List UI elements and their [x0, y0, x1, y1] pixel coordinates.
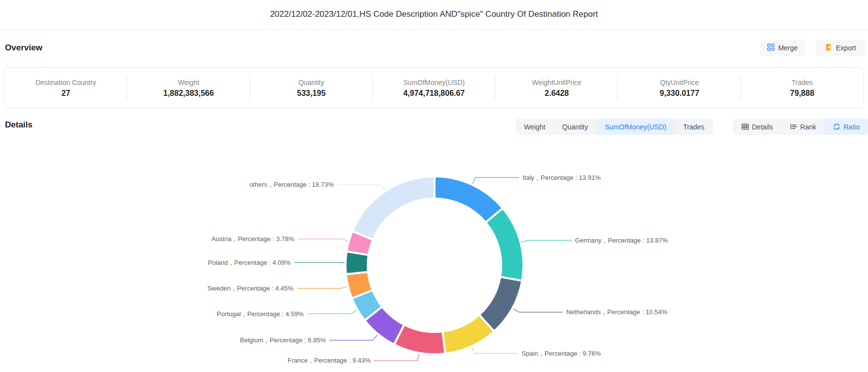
stat-value: 2.6428 — [545, 89, 569, 98]
table-icon — [741, 123, 749, 130]
tab-details-view[interactable]: Details — [733, 119, 781, 135]
stat-label: SumOfMoney(USD) — [403, 79, 465, 86]
export-file-icon — [825, 43, 832, 52]
slice-label-netherlands: Netherlands，Percentage : 10.54% — [566, 308, 667, 316]
stat-weight-unit-price: WeightUnitPrice 2.6428 — [495, 68, 618, 108]
view-tab-group: Details Rank Ratio — [733, 119, 868, 135]
stat-value: 533,195 — [297, 89, 326, 98]
donut-slice-germany[interactable] — [486, 208, 523, 281]
label-leader-line — [297, 287, 347, 288]
stat-value: 9,330.0177 — [660, 89, 699, 98]
tab-sum-of-money[interactable]: SumOfMoney(USD) — [596, 119, 674, 135]
tab-quantity[interactable]: Quantity — [554, 119, 596, 135]
slice-label-poland: Poland，Percentage : 4.09% — [208, 259, 291, 266]
overview-stats-bar: Destination Country 27 Weight 1,882,383,… — [4, 67, 864, 108]
slice-label-germany: Germany，Percentage : 13.87% — [575, 237, 668, 244]
slice-label-austria: Austria，Percentage : 3.78% — [212, 235, 295, 243]
export-button[interactable]: Export — [816, 40, 866, 56]
tab-details-label: Details — [752, 123, 773, 131]
label-leader-line — [374, 354, 419, 361]
overview-heading: Overview — [5, 43, 43, 53]
stat-value: 27 — [61, 89, 70, 98]
tab-rank-label: Rank — [800, 123, 817, 131]
stat-trades: Trades 79,888 — [741, 68, 864, 108]
label-leader-line — [298, 239, 347, 241]
merge-button[interactable]: Merge — [760, 40, 805, 56]
slice-label-sweden: Sweden，Percentage : 4.45% — [207, 285, 294, 292]
label-leader-line — [473, 177, 519, 184]
merge-button-label: Merge — [778, 44, 798, 52]
stat-value: 4,974,718,806.67 — [403, 89, 465, 98]
tab-weight[interactable]: Weight — [516, 119, 554, 135]
tab-trades[interactable]: Trades — [675, 119, 713, 135]
stat-qty-unit-price: QtyUnitPrice 9,330.0177 — [618, 68, 740, 108]
slice-label-portugal: Portugal，Percentage : 4.59% — [217, 310, 304, 318]
merge-grid-icon — [767, 43, 775, 52]
stat-destination-country: Destination Country 27 — [4, 68, 127, 108]
stat-quantity: Quantity 533,195 — [250, 68, 373, 108]
stat-label: QtyUnitPrice — [660, 79, 699, 86]
details-heading: Details — [5, 120, 33, 130]
stat-label: WeightUnitPrice — [532, 79, 581, 86]
label-leader-line — [472, 347, 518, 354]
export-button-label: Export — [836, 44, 856, 52]
label-leader-line — [330, 335, 378, 340]
stat-sum-of-money: SumOfMoney(USD) 4,974,718,806.67 — [373, 68, 495, 108]
page-title: 2022/12/02-2023/12/01,HS Code Descriptio… — [0, 9, 868, 19]
stat-label: Quantity — [299, 79, 324, 86]
stat-weight: Weight 1,882,383,566 — [127, 68, 250, 108]
tab-ratio-view[interactable]: Ratio — [825, 119, 868, 135]
label-leader-line — [337, 185, 385, 191]
label-leader-line — [513, 309, 563, 312]
stat-label: Weight — [178, 79, 199, 86]
donut-slice-others[interactable] — [352, 176, 434, 240]
slice-label-others: others，Percentage : 18.73% — [250, 181, 334, 188]
destination-ratio-donut-chart: Italy，Percentage : 13.91%Germany，Percent… — [0, 0, 868, 372]
stat-value: 79,888 — [790, 89, 814, 98]
slice-label-belgium: Belgium，Percentage : 6.85% — [240, 336, 327, 344]
tab-ratio-label: Ratio — [843, 123, 860, 131]
rank-icon — [790, 123, 797, 130]
header-divider — [0, 29, 868, 30]
stat-value: 1,882,383,566 — [163, 89, 214, 98]
ratio-cycle-icon — [833, 123, 840, 130]
stat-label: Destination Country — [36, 79, 96, 86]
tab-rank-view[interactable]: Rank — [781, 119, 825, 135]
slice-label-france: France，Percentage : 9.43% — [288, 357, 371, 364]
metric-tab-group: Weight Quantity SumOfMoney(USD) Trades — [516, 119, 713, 135]
slice-label-italy: Italy，Percentage : 13.91% — [522, 174, 601, 181]
label-leader-line — [521, 240, 572, 242]
stat-label: Trades — [791, 79, 813, 86]
slice-label-spain: Spain，Percentage : 9.76% — [521, 350, 601, 357]
label-leader-line — [307, 310, 356, 314]
